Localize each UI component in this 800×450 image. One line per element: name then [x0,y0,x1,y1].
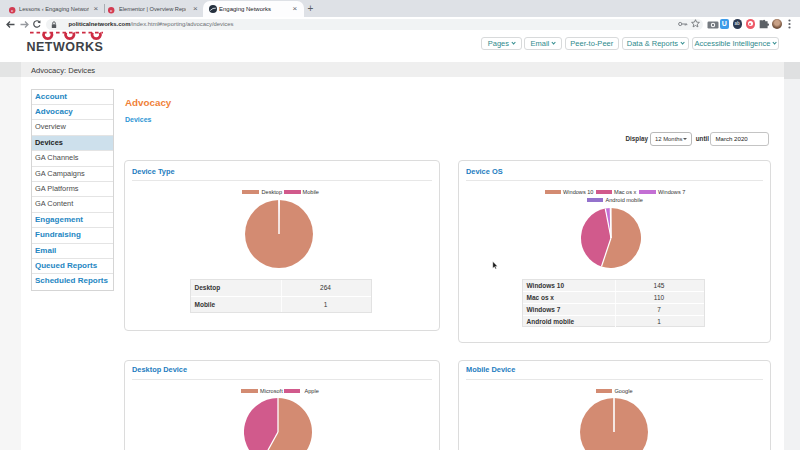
svg-text:e: e [110,8,112,13]
svg-text:e: e [11,8,13,13]
